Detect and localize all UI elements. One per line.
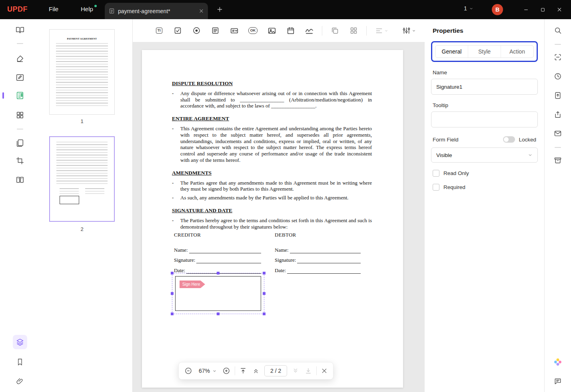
- signature-field-icon[interactable]: [300, 24, 319, 38]
- locked-toggle[interactable]: [503, 136, 515, 143]
- minimize-icon[interactable]: [517, 0, 535, 19]
- form-icon[interactable]: [11, 88, 29, 103]
- resize-handle[interactable]: [217, 272, 220, 275]
- date-field-icon[interactable]: [281, 24, 300, 38]
- resize-handle[interactable]: [171, 292, 174, 295]
- text-field-icon[interactable]: TI: [150, 24, 168, 38]
- tab-action[interactable]: Action: [501, 46, 533, 58]
- new-tab-icon[interactable]: [214, 4, 225, 14]
- creditor-signature-row: Signature:: [174, 253, 261, 264]
- rail-divider: [17, 129, 23, 129]
- name-input[interactable]: [431, 79, 538, 95]
- image-field-icon[interactable]: [262, 24, 281, 38]
- tab-count-dropdown[interactable]: 1: [464, 5, 473, 12]
- compare-icon[interactable]: [11, 172, 29, 188]
- signature-field-selection[interactable]: Sign Here: [172, 273, 264, 314]
- push-button-glyph: OK: [248, 27, 258, 34]
- pdf-page[interactable]: DISPUTE RESOLUTION - Any dispute or diff…: [142, 50, 403, 388]
- resize-handle[interactable]: [217, 312, 220, 315]
- list-box-field-icon[interactable]: [206, 24, 225, 38]
- export-icon[interactable]: [549, 88, 567, 103]
- signature-field-box[interactable]: Sign Here: [175, 276, 261, 311]
- text-field-glyph: TI: [156, 28, 162, 34]
- tab-close-icon[interactable]: [199, 8, 204, 14]
- app-logo: UPDF: [7, 5, 28, 14]
- tab-general[interactable]: General: [435, 46, 468, 58]
- tab-style[interactable]: Style: [468, 46, 501, 58]
- reader-icon[interactable]: [11, 22, 29, 38]
- paragraph: - Any dispute or difference whatsoever a…: [172, 90, 372, 109]
- chevron-down-icon: [384, 29, 388, 33]
- layers-icon[interactable]: [13, 335, 27, 349]
- resize-handle[interactable]: [171, 312, 174, 315]
- share-icon[interactable]: [549, 107, 567, 122]
- bullet-marker: -: [172, 125, 180, 163]
- next-page-icon[interactable]: [292, 367, 299, 374]
- thumbnail-page-2[interactable]: [49, 136, 115, 222]
- scan-icon[interactable]: [549, 50, 567, 64]
- debtor-signature-row: Signature:: [275, 253, 361, 264]
- rail-divider: [555, 147, 561, 148]
- read-only-checkbox[interactable]: [433, 170, 439, 177]
- required-checkbox[interactable]: [433, 184, 439, 191]
- debtor-date-row: Date:: [275, 263, 361, 274]
- paragraph-text: Any dispute or difference whatsoever ari…: [180, 90, 372, 109]
- layout-grid-icon[interactable]: [344, 24, 363, 38]
- duplicate-icon[interactable]: [325, 24, 344, 38]
- debtor-name-row: Name:: [275, 243, 361, 253]
- field-label: Date:: [275, 267, 286, 274]
- tabs-highlight-box: General Style Action: [431, 41, 538, 62]
- edit-icon[interactable]: [11, 70, 29, 86]
- email-icon[interactable]: [549, 126, 567, 141]
- field-label: Signature:: [174, 257, 195, 263]
- right-rail: [545, 19, 571, 392]
- zoom-out-icon[interactable]: [184, 367, 192, 375]
- close-toolbar-icon[interactable]: [321, 368, 327, 374]
- history-icon[interactable]: [549, 69, 567, 84]
- form-tools-icon[interactable]: [397, 24, 421, 38]
- alignment-icon[interactable]: [370, 24, 393, 38]
- zoom-in-icon[interactable]: [222, 367, 230, 375]
- visibility-dropdown[interactable]: Visible: [431, 147, 538, 163]
- menu-help[interactable]: Help: [81, 6, 93, 12]
- bullet-marker: -: [172, 195, 180, 201]
- menu-file[interactable]: File: [49, 6, 58, 12]
- rail-divider: [555, 44, 561, 45]
- read-only-label: Read Only: [443, 170, 469, 176]
- blank-line: [287, 268, 361, 274]
- combo-box-field-icon[interactable]: [225, 24, 244, 38]
- search-icon[interactable]: [549, 23, 567, 38]
- paragraph: - The Parties hereby agree to the terms …: [172, 217, 372, 230]
- pages-icon[interactable]: [11, 135, 29, 151]
- properties-panel: Properties General Style Action Name Too…: [425, 19, 545, 392]
- thumbnail-page-1[interactable]: PAYMENT AGREEMENT: [49, 29, 115, 115]
- organize-pages-icon[interactable]: [11, 107, 29, 123]
- push-button-field-icon[interactable]: OK: [244, 24, 262, 38]
- tab-document-icon: [109, 8, 115, 14]
- resize-handle[interactable]: [263, 312, 266, 315]
- maximize-icon[interactable]: [533, 0, 552, 19]
- scroll-top-icon[interactable]: [240, 367, 247, 374]
- ai-assistant-icon[interactable]: [549, 355, 567, 369]
- annotate-icon[interactable]: [11, 51, 29, 67]
- close-window-icon[interactable]: [550, 0, 569, 19]
- document-tab[interactable]: payment-agreement*: [105, 3, 208, 19]
- avatar[interactable]: B: [492, 4, 503, 15]
- resize-handle[interactable]: [263, 272, 266, 275]
- crop-icon[interactable]: [11, 153, 29, 169]
- resize-handle[interactable]: [171, 272, 174, 275]
- toolbar-divider: [366, 26, 367, 36]
- bookmark-icon[interactable]: [11, 354, 29, 370]
- page-indicator[interactable]: 2 / 2: [264, 365, 287, 376]
- tooltip-input[interactable]: [431, 111, 538, 127]
- archive-icon[interactable]: [549, 153, 567, 167]
- radio-button-field-icon[interactable]: [187, 24, 206, 38]
- scroll-bottom-icon[interactable]: [305, 367, 312, 374]
- checkbox-field-icon[interactable]: [168, 24, 187, 38]
- attachment-icon[interactable]: [11, 373, 29, 389]
- previous-page-icon[interactable]: [252, 367, 260, 374]
- thumbnail-1-title: PAYMENT AGREEMENT: [50, 38, 114, 40]
- resize-handle[interactable]: [263, 292, 266, 295]
- feedback-icon[interactable]: [549, 374, 567, 388]
- zoom-dropdown-icon[interactable]: [212, 369, 217, 373]
